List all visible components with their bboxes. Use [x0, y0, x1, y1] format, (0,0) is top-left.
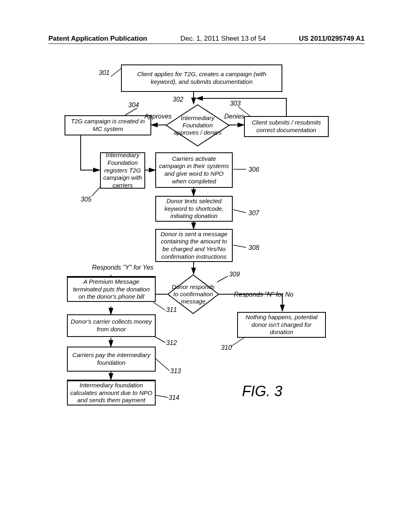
ref-311: 311 — [166, 306, 177, 314]
header-rule — [48, 44, 365, 44]
ref-310: 310 — [221, 344, 232, 351]
svg-line-18 — [231, 338, 244, 347]
ref-302: 302 — [173, 96, 184, 103]
header-left: Patent Application Publication — [48, 35, 147, 43]
box-313: Carriers pay the intermediary foundation — [67, 347, 156, 372]
ref-305: 305 — [81, 196, 92, 203]
svg-line-11 — [125, 108, 137, 115]
edge-denies: Denies — [224, 113, 244, 120]
header-right: US 2011/0295749 A1 — [299, 35, 365, 43]
diamond-302-text: Intermediary Foundation approves / denie… — [165, 104, 230, 147]
diamond-302: Intermediary Foundation approves / denie… — [165, 104, 230, 147]
flowchart-diagram: Client applies for T2G, creates a campai… — [65, 64, 355, 468]
ref-312: 312 — [166, 339, 177, 347]
box-305: Intermediary Foundation registers T2G ca… — [100, 152, 145, 189]
ref-301: 301 — [99, 69, 110, 77]
edge-resp-yes: Responds "Y" for Yes — [92, 264, 153, 271]
box-308: Donor is sent a message containing the a… — [155, 229, 233, 262]
svg-line-21 — [156, 359, 169, 371]
svg-line-15 — [233, 210, 246, 213]
box-306: Carriers activate campaign in their syst… — [155, 152, 233, 188]
ref-313: 313 — [170, 368, 181, 375]
figure-label: FIG. 3 — [242, 383, 282, 400]
svg-line-10 — [111, 69, 121, 77]
svg-line-16 — [233, 245, 246, 247]
box-311: A Premium Message terminated puts the do… — [67, 276, 156, 302]
ref-303: 303 — [230, 100, 241, 107]
page-header: Patent Application Publication Dec. 1, 2… — [0, 35, 413, 43]
box-303: Client submits / resubmits correct docum… — [244, 116, 329, 137]
box-314: Intermediary foundation calculates amoun… — [67, 380, 156, 405]
ref-314: 314 — [169, 394, 179, 401]
svg-line-22 — [154, 395, 168, 397]
svg-line-19 — [153, 302, 165, 310]
box-310: Nothing happens, potential donor isn't c… — [237, 312, 326, 338]
edge-resp-no: Responds "N" for No — [234, 291, 293, 298]
box-304: T2G campaign is created in MC system — [65, 115, 151, 135]
ref-307: 307 — [248, 210, 259, 217]
edge-approves: Approves — [144, 113, 172, 120]
ref-306: 306 — [248, 166, 259, 173]
box-312: Donor's carrier collects money from dono… — [67, 314, 156, 337]
box-301: Client applies for T2G, creates a campai… — [121, 64, 282, 92]
ref-304: 304 — [128, 102, 139, 109]
ref-309: 309 — [229, 271, 240, 278]
box-307: Donor texts selected keyword to shortcod… — [155, 196, 233, 222]
header-center: Dec. 1, 2011 Sheet 13 of 54 — [180, 35, 266, 43]
ref-308: 308 — [248, 244, 259, 251]
